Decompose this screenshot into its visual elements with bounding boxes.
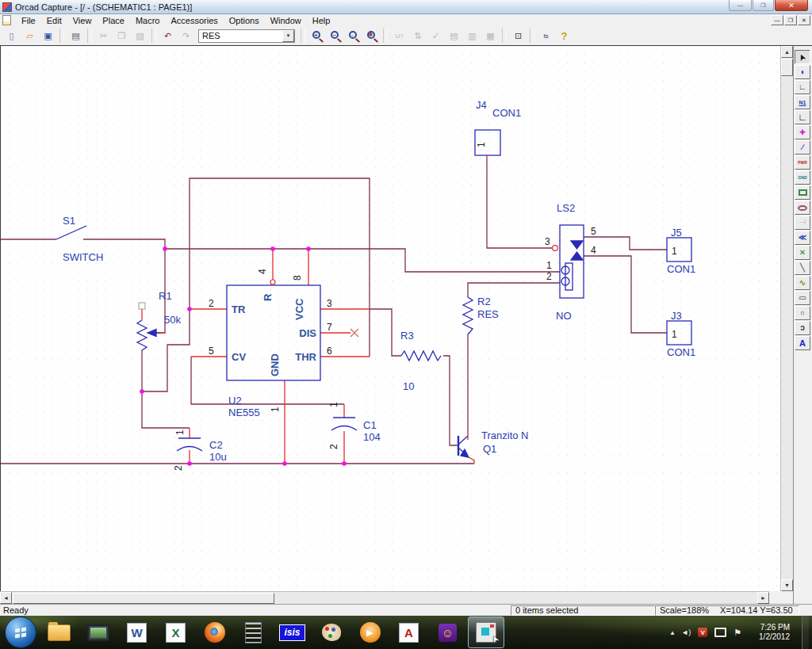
- vertical-scroll-thumb[interactable]: [781, 59, 793, 76]
- switch-s1-blade[interactable]: [56, 226, 86, 239]
- hidden-icons-arrow[interactable]: ▴: [671, 628, 675, 636]
- schematic-label[interactable]: 1: [270, 407, 281, 412]
- schematic-label[interactable]: J5: [671, 227, 682, 239]
- schematic-label[interactable]: LS2: [557, 202, 575, 214]
- taskbar-isis-button[interactable]: isis: [274, 617, 311, 648]
- r1-potentiometer-body[interactable]: [137, 320, 147, 350]
- schematic-label[interactable]: DIS: [299, 327, 316, 339]
- place-ground-tool[interactable]: GND: [795, 170, 810, 185]
- schematic-label[interactable]: J3: [671, 310, 682, 322]
- schematic-label[interactable]: 2: [546, 271, 552, 282]
- zoom-area-button[interactable]: ▫: [345, 29, 362, 44]
- taskbar-clock[interactable]: 7:26 PM 1/2/2012: [749, 623, 790, 643]
- taskbar-firefox-button[interactable]: [196, 617, 233, 648]
- schematic-label[interactable]: 10u: [209, 451, 227, 463]
- schematic-label[interactable]: 50k: [164, 314, 181, 326]
- j5-connector-body[interactable]: [667, 238, 691, 262]
- menu-place[interactable]: Place: [97, 14, 130, 26]
- schematic-canvas[interactable]: S1SWITCHR150kU2NE555C210uC1104R310R2REST…: [0, 46, 780, 591]
- schematic-label[interactable]: 1: [546, 260, 552, 271]
- place-polyline-tool[interactable]: ∿: [795, 276, 810, 290]
- start-button[interactable]: [2, 617, 39, 648]
- place-ellipse-tool[interactable]: ○: [795, 306, 810, 320]
- scroll-down-arrow[interactable]: ▼: [781, 579, 793, 591]
- schematic-label[interactable]: 1: [328, 402, 339, 407]
- place-part-tool[interactable]: ◗: [795, 65, 810, 79]
- help-button[interactable]: ?: [556, 29, 573, 44]
- volume-icon[interactable]: ◄): [681, 628, 691, 636]
- taskbar-media-player-button[interactable]: ▶: [351, 617, 389, 648]
- minimize-button[interactable]: ―: [729, 0, 752, 11]
- menu-macro[interactable]: Macro: [130, 14, 166, 26]
- schematic-label[interactable]: R1: [159, 290, 172, 302]
- print-button[interactable]: ▤: [67, 29, 84, 44]
- schematic-label[interactable]: 1: [476, 142, 487, 147]
- save-document-button[interactable]: ▣: [40, 29, 56, 44]
- vertical-scrollbar[interactable]: ▲ ▼: [780, 46, 793, 591]
- r2-resistor-body[interactable]: [463, 297, 473, 334]
- taskbar-adobe-reader-button[interactable]: A: [390, 617, 427, 648]
- c1-capacitor-body[interactable]: [331, 418, 357, 430]
- schematic-label[interactable]: R2: [477, 296, 491, 307]
- menu-accessories[interactable]: Accessories: [165, 14, 223, 26]
- menu-window[interactable]: Window: [265, 14, 307, 26]
- schematic-label[interactable]: CON1: [492, 107, 521, 119]
- zoom-in-button[interactable]: +: [308, 29, 325, 44]
- zoom-all-button[interactable]: ✻: [363, 29, 380, 44]
- part-combo[interactable]: RES▼: [198, 29, 295, 43]
- place-power-tool[interactable]: PWR: [795, 155, 810, 170]
- horizontal-scroll-thumb[interactable]: [13, 593, 274, 604]
- place-hierarchical-block-tool[interactable]: [795, 185, 810, 200]
- place-text-tool[interactable]: A: [795, 336, 810, 350]
- schematic-label[interactable]: 104: [363, 431, 381, 443]
- q1-transistor-body[interactable]: [458, 436, 469, 457]
- j3-connector-body[interactable]: [667, 321, 691, 345]
- schematic-label[interactable]: 2: [173, 465, 184, 471]
- schematic-label[interactable]: 2: [328, 444, 339, 449]
- taskbar-explorer-button[interactable]: [40, 617, 78, 648]
- pin-stubs[interactable]: [142, 155, 487, 464]
- restore-button[interactable]: ❐: [753, 0, 774, 11]
- place-bus-tool[interactable]: ∟: [795, 110, 810, 124]
- scroll-right-arrow[interactable]: ►: [757, 592, 769, 604]
- place-hierarchical-port-tool[interactable]: [795, 200, 810, 215]
- zoom-out-button[interactable]: −: [327, 29, 343, 44]
- schematic-label[interactable]: 1: [174, 429, 186, 435]
- snap-to-grid-button[interactable]: ⊡: [510, 29, 527, 44]
- schematic-drawing[interactable]: S1SWITCHR150kU2NE555C210uC1104R310R2REST…: [1, 46, 780, 591]
- select-tool[interactable]: ➤: [795, 50, 810, 64]
- schematic-label[interactable]: RES: [477, 308, 499, 320]
- taskbar-yahoo-messenger-button[interactable]: ☺: [429, 617, 466, 648]
- taskbar-calculator-button[interactable]: [235, 617, 272, 648]
- scroll-up-arrow[interactable]: ▲: [781, 46, 793, 58]
- schematic-label[interactable]: CV: [232, 351, 246, 363]
- schematic-label[interactable]: 10: [403, 380, 414, 392]
- schematic-label[interactable]: TR: [232, 304, 246, 315]
- schematic-label[interactable]: 1: [672, 329, 677, 340]
- schematic-label[interactable]: Tranzito N: [481, 429, 528, 441]
- action-center-flag-icon[interactable]: ⚑: [733, 628, 741, 638]
- schematic-label[interactable]: 4: [591, 245, 596, 256]
- schematic-label[interactable]: 5: [209, 345, 214, 357]
- antivirus-icon[interactable]: V: [698, 628, 707, 637]
- schematic-label[interactable]: THR: [295, 351, 316, 363]
- schematic-label[interactable]: 3: [545, 236, 550, 247]
- mdi-close-button[interactable]: ✕: [798, 15, 810, 25]
- taskbar-paint-button[interactable]: [312, 617, 350, 648]
- undo-button[interactable]: ↶: [159, 29, 176, 44]
- taskbar-computer-button[interactable]: [79, 617, 117, 648]
- schematic-label[interactable]: R3: [400, 330, 414, 342]
- schematic-label[interactable]: CON1: [667, 263, 695, 275]
- r3-resistor-body[interactable]: [401, 351, 441, 361]
- taskbar-excel-button[interactable]: X: [157, 617, 194, 648]
- show-desktop-button[interactable]: [802, 616, 809, 649]
- combo-dropdown-arrow-icon[interactable]: ▼: [282, 30, 294, 42]
- menu-view[interactable]: View: [67, 14, 98, 26]
- schematic-label[interactable]: CON1: [667, 346, 695, 358]
- place-no-connect-tool[interactable]: ✕: [795, 246, 810, 260]
- schematic-label[interactable]: 1: [672, 246, 677, 257]
- menu-file[interactable]: File: [16, 14, 41, 26]
- place-rectangle-tool[interactable]: ▭: [795, 291, 810, 305]
- c2-capacitor-body[interactable]: [177, 438, 202, 451]
- schematic-label[interactable]: Q1: [483, 443, 496, 455]
